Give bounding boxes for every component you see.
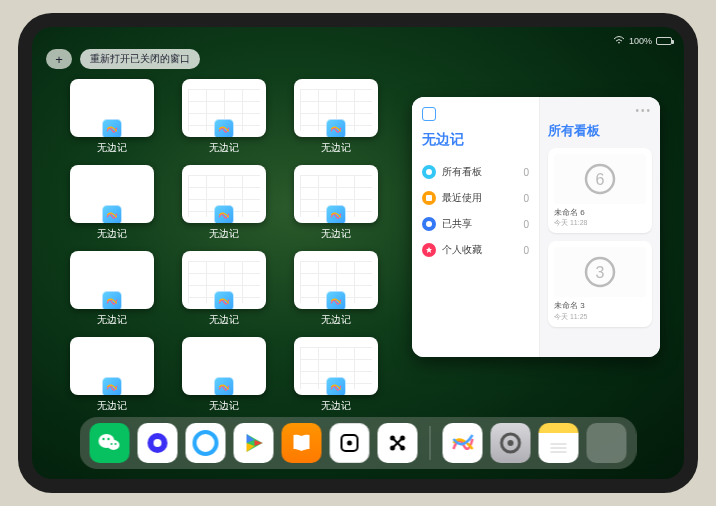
dock-separator xyxy=(430,426,431,460)
dock-app-qqbrowser[interactable] xyxy=(186,423,226,463)
thumb-window xyxy=(294,165,378,223)
svg-text:3: 3 xyxy=(596,264,605,281)
thumb-window xyxy=(182,79,266,137)
switcher-thumb[interactable]: 无边记 xyxy=(68,79,156,155)
status-bar: 100% xyxy=(32,33,684,49)
thumb-window xyxy=(294,79,378,137)
thumb-window xyxy=(70,251,154,309)
sidebar-toggle-icon[interactable] xyxy=(422,107,436,121)
switcher-thumb[interactable]: 无边记 xyxy=(292,165,380,241)
thumb-window xyxy=(70,165,154,223)
board-name: 未命名 6 xyxy=(554,208,646,218)
preview-sidebar: 无边记 所有看板 0 最近使用 0 已共享 0 个人收藏 xyxy=(412,97,540,357)
switcher-thumb[interactable]: 无边记 xyxy=(68,337,156,413)
dock-app-wechat[interactable] xyxy=(90,423,130,463)
svg-point-10 xyxy=(111,443,113,445)
menu-count: 0 xyxy=(523,193,529,204)
dock-app-folder[interactable] xyxy=(587,423,627,463)
board-card[interactable]: 3 未命名 3 今天 11:25 xyxy=(548,241,652,326)
switcher-thumb[interactable]: 无边记 xyxy=(292,79,380,155)
battery-icon xyxy=(656,37,672,45)
switcher-thumb[interactable]: 无边记 xyxy=(68,165,156,241)
board-meta: 未命名 3 今天 11:25 xyxy=(554,301,646,320)
dock-app-dots[interactable] xyxy=(378,423,418,463)
sidebar-menu-item[interactable]: 最近使用 0 xyxy=(422,185,529,211)
preview-right-title: 所有看板 xyxy=(548,122,652,140)
thumb-label: 无边记 xyxy=(209,141,239,155)
menu-icon xyxy=(422,217,436,231)
sidebar-menu-item[interactable]: 个人收藏 0 xyxy=(422,237,529,263)
svg-point-13 xyxy=(154,439,162,447)
dock-app-quark[interactable] xyxy=(138,423,178,463)
thumb-label: 无边记 xyxy=(209,313,239,327)
battery-pct: 100% xyxy=(629,36,652,46)
dock-app-play[interactable] xyxy=(234,423,274,463)
thumb-window xyxy=(182,337,266,395)
svg-point-11 xyxy=(115,443,117,445)
freeform-preview-window[interactable]: 无边记 所有看板 0 最近使用 0 已共享 0 个人收藏 xyxy=(412,97,660,357)
menu-label: 所有看板 xyxy=(442,165,482,179)
reopen-label: 重新打开已关闭的窗口 xyxy=(90,52,190,66)
switcher-thumb[interactable]: 无边记 xyxy=(292,251,380,327)
menu-count: 0 xyxy=(523,167,529,178)
menu-count: 0 xyxy=(523,219,529,230)
reopen-closed-window-button[interactable]: 重新打开已关闭的窗口 xyxy=(80,49,200,69)
freeform-app-icon xyxy=(102,205,122,223)
thumb-label: 无边记 xyxy=(321,227,351,241)
more-icon[interactable]: ••• xyxy=(548,105,652,116)
svg-point-28 xyxy=(508,440,514,446)
thumb-label: 无边记 xyxy=(97,313,127,327)
freeform-app-icon xyxy=(214,205,234,223)
switcher-thumb[interactable]: 无边记 xyxy=(180,337,268,413)
menu-label: 个人收藏 xyxy=(442,243,482,257)
freeform-app-icon xyxy=(326,119,346,137)
switcher-thumb[interactable]: 无边记 xyxy=(180,79,268,155)
freeform-app-icon xyxy=(214,377,234,395)
menu-count: 0 xyxy=(523,245,529,256)
status-icons: 100% xyxy=(613,35,672,47)
menu-icon xyxy=(422,243,436,257)
preview-title: 无边记 xyxy=(422,131,529,149)
freeform-app-icon xyxy=(102,291,122,309)
thumb-label: 无边记 xyxy=(97,399,127,413)
menu-label: 最近使用 xyxy=(442,191,482,205)
sidebar-menu-item[interactable]: 所有看板 0 xyxy=(422,159,529,185)
thumb-window xyxy=(70,337,154,395)
switcher-thumb[interactable]: 无边记 xyxy=(180,251,268,327)
board-name: 未命名 3 xyxy=(554,301,646,311)
menu-icon xyxy=(422,165,436,179)
thumb-label: 无边记 xyxy=(321,399,351,413)
switcher-thumb[interactable]: 无边记 xyxy=(180,165,268,241)
svg-point-9 xyxy=(107,438,109,440)
add-button[interactable]: + xyxy=(46,49,72,69)
app-switcher-grid: 无边记 无边记 无边记 无边记 无边记 xyxy=(68,79,380,413)
thumb-label: 无边记 xyxy=(321,141,351,155)
thumb-window xyxy=(294,337,378,395)
dock xyxy=(80,417,637,469)
svg-point-14 xyxy=(195,432,217,454)
dock-app-books[interactable] xyxy=(282,423,322,463)
thumb-label: 无边记 xyxy=(97,141,127,155)
dock-app-notes[interactable] xyxy=(539,423,579,463)
freeform-app-icon xyxy=(326,205,346,223)
sidebar-menu-item[interactable]: 已共享 0 xyxy=(422,211,529,237)
board-thumbnail: 3 xyxy=(554,247,646,297)
dock-app-freeform[interactable] xyxy=(443,423,483,463)
top-controls: + 重新打开已关闭的窗口 xyxy=(46,49,200,69)
svg-rect-1 xyxy=(426,195,432,201)
freeform-app-icon xyxy=(326,291,346,309)
switcher-thumb[interactable]: 无边记 xyxy=(292,337,380,413)
board-meta: 未命名 6 今天 11:28 xyxy=(554,208,646,227)
dock-app-settings[interactable] xyxy=(491,423,531,463)
thumb-label: 无边记 xyxy=(321,313,351,327)
ipad-frame: 100% + 重新打开已关闭的窗口 无边记 无边记 xyxy=(18,13,698,493)
board-card[interactable]: 6 未命名 6 今天 11:28 xyxy=(548,148,652,233)
menu-icon xyxy=(422,191,436,205)
thumb-window xyxy=(70,79,154,137)
board-date: 今天 11:28 xyxy=(554,218,646,227)
thumb-label: 无边记 xyxy=(209,399,239,413)
switcher-thumb[interactable]: 无边记 xyxy=(68,251,156,327)
dock-app-dice[interactable] xyxy=(330,423,370,463)
board-thumbnail: 6 xyxy=(554,154,646,204)
plus-icon: + xyxy=(55,52,63,67)
